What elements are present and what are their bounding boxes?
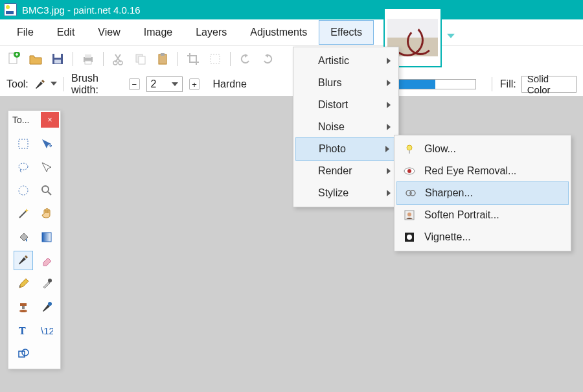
options-separator (63, 77, 63, 91)
photo-red-eye[interactable]: Red Eye Removal... (396, 160, 569, 182)
photo-sharpen[interactable]: Sharpen... (396, 181, 569, 205)
gradient-tool[interactable] (37, 227, 56, 247)
zoom-tool[interactable] (37, 181, 56, 200)
move-selection-tool[interactable] (37, 134, 56, 154)
photo-glow[interactable]: Glow... (396, 138, 569, 160)
svg-point-31 (407, 169, 411, 173)
ellipse-select-tool[interactable] (14, 181, 33, 200)
submenu-caret-icon (387, 124, 391, 130)
close-icon: × (47, 115, 52, 124)
magic-wand-tool[interactable] (14, 204, 33, 224)
effects-item-blurs[interactable]: Blurs (295, 72, 397, 94)
svg-point-23 (48, 302, 52, 306)
menu-layers[interactable]: Layers (184, 20, 238, 45)
pan-tool[interactable] (37, 204, 56, 224)
effects-item-noise[interactable]: Noise (295, 116, 397, 138)
effects-item-stylize[interactable]: Stylize (295, 182, 397, 204)
red-eye-icon (404, 165, 415, 177)
svg-point-28 (407, 145, 412, 150)
cut-icon[interactable] (111, 52, 126, 66)
tool-dropdown-icon[interactable] (51, 82, 55, 87)
options-separator (492, 77, 492, 91)
effects-item-render[interactable]: Render (295, 160, 397, 182)
menu-effects[interactable]: Effects (319, 20, 374, 45)
photo-submenu: Glow... Red Eye Removal... Sharpen... So… (394, 135, 571, 251)
svg-text:\12: \12 (41, 325, 53, 336)
tool-label: Tool: (6, 78, 29, 90)
app-icon (4, 3, 17, 16)
svg-point-18 (42, 186, 49, 192)
undo-icon[interactable] (238, 52, 253, 66)
brush-width-dropdown-icon[interactable] (172, 81, 178, 87)
brush-width-increment[interactable]: + (189, 78, 200, 90)
deselect-icon[interactable] (208, 52, 222, 66)
fill-dropdown[interactable]: Solid Color (521, 76, 577, 93)
brush-width-input[interactable]: 2 (146, 76, 183, 92)
menu-label: Render (318, 165, 352, 177)
photo-vignette[interactable]: Vignette... (396, 226, 569, 248)
menu-label: Noise (318, 121, 345, 133)
toolbar-separator (103, 52, 104, 66)
copy-icon[interactable] (133, 52, 148, 66)
toolbar-separator (73, 52, 73, 66)
menu-label: Stylize (318, 187, 349, 199)
rectangle-select-tool[interactable] (14, 134, 33, 154)
photo-soften-portrait[interactable]: Soften Portrait... (396, 204, 569, 226)
tools-panel-header[interactable]: To... × (8, 111, 60, 129)
text-tool[interactable]: T (14, 321, 33, 340)
redo-icon[interactable] (260, 52, 275, 66)
line-tool[interactable]: \12 (37, 321, 56, 340)
move-pixels-tool[interactable] (37, 157, 56, 177)
tools-panel: To... × T \12 (8, 110, 61, 369)
crop-icon[interactable] (186, 52, 200, 66)
current-tool-icon[interactable] (34, 78, 45, 90)
svg-rect-14 (211, 54, 220, 63)
menu-label: Distort (318, 99, 348, 111)
menu-image[interactable]: Image (132, 20, 184, 45)
svg-rect-4 (54, 60, 61, 63)
effects-item-distort[interactable]: Distort (295, 94, 397, 116)
submenu-caret-icon (387, 168, 391, 174)
lasso-select-tool[interactable] (14, 157, 33, 177)
color-picker-tool[interactable] (37, 274, 56, 294)
effects-item-artistic[interactable]: Artistic (295, 50, 397, 72)
portrait-icon (404, 209, 415, 221)
clone-stamp-tool[interactable] (14, 297, 33, 317)
menu-view[interactable]: View (86, 20, 131, 45)
paintbrush-tool[interactable] (14, 251, 33, 270)
glow-icon (404, 143, 415, 155)
svg-point-17 (19, 186, 28, 195)
save-icon[interactable] (51, 52, 65, 66)
effects-item-photo[interactable]: Photo (295, 137, 396, 161)
tools-grid: T \12 (8, 129, 60, 369)
new-file-icon[interactable] (6, 52, 21, 66)
svg-rect-6 (85, 54, 91, 58)
brush-width-decrement[interactable]: − (129, 78, 140, 90)
menu-file[interactable]: File (5, 20, 45, 45)
recolor-tool[interactable] (37, 297, 56, 317)
menu-label: Sharpen... (425, 187, 473, 199)
thumbnail-menu-dropdown-icon[interactable] (447, 34, 455, 41)
eraser-tool[interactable] (37, 251, 56, 270)
toolbar-separator (177, 52, 178, 66)
svg-rect-11 (139, 56, 145, 64)
paste-icon[interactable] (155, 52, 170, 66)
svg-rect-15 (19, 139, 28, 148)
svg-point-37 (407, 235, 412, 240)
main-toolbar (0, 46, 583, 72)
open-file-icon[interactable] (29, 52, 43, 66)
menu-adjustments[interactable]: Adjustments (238, 20, 319, 45)
toolbar-separator (230, 52, 231, 66)
pencil-tool[interactable] (14, 274, 33, 294)
submenu-caret-icon (385, 146, 389, 152)
submenu-caret-icon (387, 102, 391, 108)
svg-rect-7 (85, 61, 91, 64)
print-icon[interactable] (81, 52, 95, 66)
menu-label: Artistic (318, 55, 349, 67)
svg-point-22 (19, 310, 27, 312)
menu-edit[interactable]: Edit (45, 20, 87, 45)
tools-panel-close-button[interactable]: × (41, 112, 59, 128)
menu-label: Photo (319, 143, 346, 155)
paint-bucket-tool[interactable] (14, 227, 33, 247)
shapes-tool[interactable] (14, 344, 33, 363)
